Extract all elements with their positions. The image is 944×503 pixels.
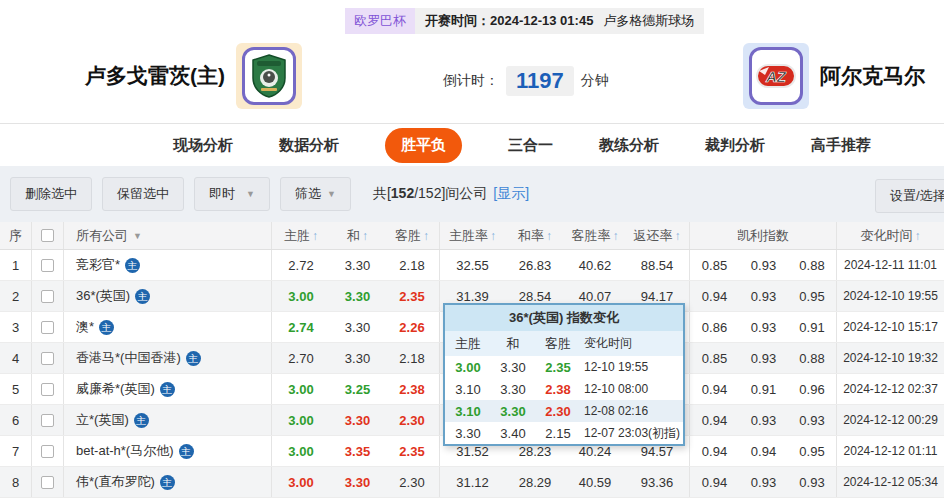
company-cell[interactable]: 伟*(直布罗陀)主 [64, 467, 272, 497]
company-cell[interactable]: 立*(英国)主 [64, 405, 272, 435]
odds-cell[interactable]: 3.00 [272, 374, 330, 404]
delete-selected-button[interactable]: 删除选中 [10, 177, 92, 211]
kelly-cell: 0.88 [788, 343, 837, 373]
popup-title: 36*(英国) 指数变化 [445, 305, 683, 331]
odds-cell[interactable]: 2.35 [385, 281, 440, 311]
tab-现场分析[interactable]: 现场分析 [173, 136, 233, 155]
settings-select-button[interactable]: 设置/选择 [875, 179, 944, 213]
odds-cell[interactable]: 2.26 [385, 312, 440, 342]
col-odds-0[interactable]: 主胜↑ [272, 222, 330, 249]
company-cell[interactable]: 澳*主 [64, 312, 272, 342]
filter-button[interactable]: 筛选 ▼ [280, 177, 351, 211]
row-seq: 3 [0, 312, 32, 342]
company-cell[interactable]: bet-at-h*(马尔他)主 [64, 436, 272, 466]
row-checkbox[interactable] [41, 445, 54, 458]
away-team-logo-box: AZ [749, 47, 803, 105]
show-link[interactable]: [显示] [493, 185, 529, 203]
col-rate-3[interactable]: 返还率↑ [625, 222, 690, 249]
col-rate-0[interactable]: 主胜率↑ [440, 222, 505, 249]
odds-cell[interactable]: 2.74 [272, 312, 330, 342]
row-seq: 4 [0, 343, 32, 373]
popup-odds-value: 3.30 [445, 426, 491, 441]
home-team-logo [251, 54, 287, 98]
tab-高手推荐[interactable]: 高手推荐 [811, 136, 871, 155]
col-seq: 序 [0, 222, 32, 249]
row-checkbox[interactable] [41, 383, 54, 396]
company-cell[interactable]: 36*(英国)主 [64, 281, 272, 311]
tab-教练分析[interactable]: 教练分析 [599, 136, 659, 155]
popup-odds-value: 2.15 [535, 426, 581, 441]
col-odds-2[interactable]: 客胜↑ [385, 222, 440, 249]
odds-cell[interactable]: 3.00 [272, 281, 330, 311]
chevron-down-icon: ▼ [246, 189, 255, 199]
odds-cell[interactable]: 3.25 [330, 374, 385, 404]
kelly-cell: 0.93 [739, 250, 788, 280]
odds-cell[interactable]: 2.30 [385, 467, 440, 497]
popup-body: 3.003.302.3512-10 19:553.103.302.3812-10… [445, 356, 683, 444]
row-checkbox[interactable] [41, 414, 54, 427]
odds-cell[interactable]: 2.70 [272, 343, 330, 373]
company-name: 澳* [76, 318, 94, 336]
countdown-unit: 分钟 [581, 72, 609, 90]
col-label: 客胜率 [572, 227, 611, 245]
odds-cell[interactable]: 3.30 [330, 343, 385, 373]
kelly-cell: 0.85 [690, 343, 739, 373]
col-company-label: 所有公司 [76, 227, 128, 245]
home-team-name: 卢多戈雷茨(主) [85, 62, 225, 90]
odds-cell[interactable]: 3.30 [330, 405, 385, 435]
odds-cell[interactable]: 3.00 [272, 436, 330, 466]
odds-cell[interactable]: 3.00 [272, 405, 330, 435]
company-cell[interactable]: 威廉希*(英国)主 [64, 374, 272, 404]
kelly-cell: 0.91 [788, 312, 837, 342]
odds-cell[interactable]: 3.00 [272, 467, 330, 497]
table-row: 8伟*(直布罗陀)主3.003.302.3031.1228.2940.5993.… [0, 467, 944, 498]
kelly-cell: 0.94 [690, 436, 739, 466]
rate-cell: 31.12 [440, 467, 505, 497]
home-badge-icon: 主 [99, 320, 114, 335]
col-time[interactable]: 变化时间↑ [837, 222, 944, 249]
popup-odds-value: 2.30 [535, 404, 581, 419]
odds-cell[interactable]: 3.30 [330, 312, 385, 342]
col-label: 客胜 [395, 227, 421, 245]
rate-cell: 40.62 [565, 250, 625, 280]
popup-row: 3.103.302.3812-10 08:00 [445, 378, 683, 400]
odds-cell[interactable]: 3.35 [330, 436, 385, 466]
odds-time-select[interactable]: 即时 ▼ [194, 177, 270, 211]
col-rate-1[interactable]: 和率↑ [505, 222, 565, 249]
keep-selected-button[interactable]: 保留选中 [102, 177, 184, 211]
kelly-cell: 0.95 [788, 281, 837, 311]
tab-胜平负[interactable]: 胜平负 [385, 128, 462, 163]
col-company[interactable]: 所有公司▼ [64, 222, 272, 249]
kelly-cell: 0.94 [690, 374, 739, 404]
odds-cell[interactable]: 2.30 [385, 405, 440, 435]
odds-cell[interactable]: 2.18 [385, 343, 440, 373]
row-checkbox[interactable] [41, 321, 54, 334]
tab-三合一[interactable]: 三合一 [508, 136, 553, 155]
odds-cell[interactable]: 2.38 [385, 374, 440, 404]
row-checkbox[interactable] [41, 476, 54, 489]
row-checkbox[interactable] [41, 259, 54, 272]
odds-cell[interactable]: 3.30 [330, 250, 385, 280]
col-label: 返还率 [634, 227, 673, 245]
company-name: 威廉希*(英国) [76, 380, 155, 398]
kelly-cell: 0.95 [788, 436, 837, 466]
tab-数据分析[interactable]: 数据分析 [279, 136, 339, 155]
odds-cell[interactable]: 3.30 [330, 281, 385, 311]
odds-cell[interactable]: 2.18 [385, 250, 440, 280]
company-cell[interactable]: 竞彩官*主 [64, 250, 272, 280]
tab-裁判分析[interactable]: 裁判分析 [705, 136, 765, 155]
away-team-logo: AZ [755, 61, 797, 91]
change-time-cell: 2024-12-12 01:11 [837, 436, 944, 466]
company-count-total: 152 [418, 185, 441, 201]
odds-cell[interactable]: 2.72 [272, 250, 330, 280]
col-rate-2[interactable]: 客胜率↑ [565, 222, 625, 249]
col-label: 主胜 [284, 227, 310, 245]
col-odds-1[interactable]: 和↑ [330, 222, 385, 249]
kickoff-time: 开赛时间：2024-12-13 01:45 [425, 12, 593, 30]
row-checkbox[interactable] [41, 290, 54, 303]
odds-cell[interactable]: 2.35 [385, 436, 440, 466]
odds-cell[interactable]: 3.30 [330, 467, 385, 497]
select-all-checkbox[interactable] [41, 229, 54, 242]
company-cell[interactable]: 香港马*(中国香港)主 [64, 343, 272, 373]
row-checkbox[interactable] [41, 352, 54, 365]
